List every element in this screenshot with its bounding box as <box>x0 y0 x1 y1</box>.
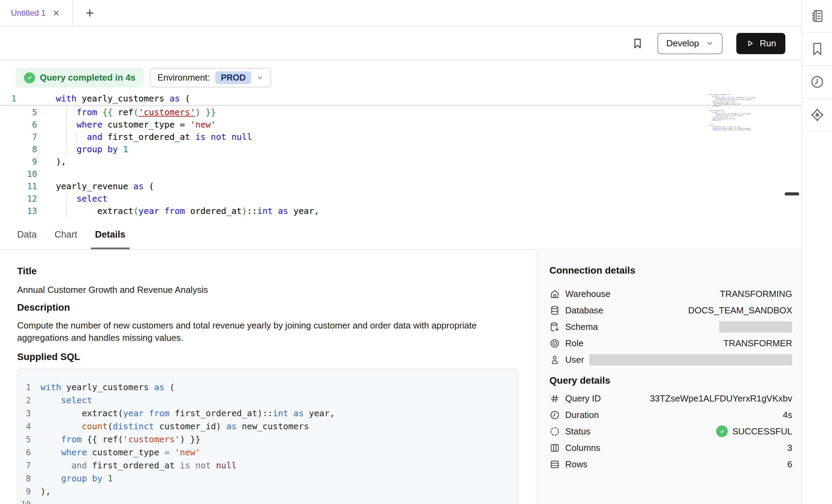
minimap-code: with yearly_customers as ( select extrac… <box>709 94 756 130</box>
lineage-icon <box>810 107 825 122</box>
line-number: 7 <box>0 131 37 143</box>
line-number: 13 <box>0 205 37 217</box>
environment-value: PROD <box>215 71 251 84</box>
query-status-badge: Query completed in 4s <box>16 68 144 87</box>
line-number: 10 <box>0 168 37 180</box>
query-title: Annual Customer Growth and Revenue Analy… <box>17 284 208 296</box>
tab-title: Untitled 1 <box>11 8 46 18</box>
editor-tab-bar: Untitled 1 <box>0 0 801 26</box>
line-number: 3 <box>18 407 31 420</box>
tab-details[interactable]: Details <box>95 220 126 249</box>
tab-data[interactable]: Data <box>17 220 37 249</box>
line-number: 5 <box>18 433 31 446</box>
line-number: 10 <box>18 498 31 504</box>
editor-code[interactable]: 1with yearly_customers as (5 from {{ ref… <box>0 93 801 217</box>
line-number: 9 <box>0 156 37 168</box>
chevron-down-icon <box>257 74 264 81</box>
check-circle-icon <box>716 425 728 437</box>
rail-button-lineage[interactable] <box>802 99 832 132</box>
code-line: 5 from {{ ref('customers') }} <box>18 433 518 446</box>
columns-icon <box>549 443 560 453</box>
query-description: Compute the number of new customers and … <box>17 319 508 344</box>
run-button[interactable]: Run <box>736 33 785 54</box>
query-status-text: Query completed in 4s <box>40 72 135 83</box>
line-number: 7 <box>18 459 31 472</box>
develop-dropdown[interactable]: Develop <box>657 33 723 54</box>
query-details-heading: Query details <box>549 375 610 386</box>
detail-row: Rows6 <box>549 456 792 472</box>
editor-scrollbar[interactable] <box>785 192 799 195</box>
plus-icon <box>85 8 95 18</box>
detail-value: 4s <box>783 410 792 420</box>
code-line: 6 where customer_type = 'new' <box>18 446 518 459</box>
right-icon-rail <box>802 0 832 504</box>
description-heading: Description <box>17 302 70 313</box>
spinner-icon <box>549 426 560 437</box>
schema-icon <box>549 322 560 332</box>
line-number: 1 <box>0 93 37 105</box>
bookmark-icon <box>810 41 825 57</box>
code-line: 9), <box>18 485 518 498</box>
line-number: 2 <box>18 394 31 407</box>
duration-clock-icon <box>549 410 560 420</box>
close-icon[interactable] <box>52 9 61 17</box>
supplied-sql-block: 1with yearly_customers as (2 select3 ext… <box>17 369 519 504</box>
line-number: 12 <box>0 193 37 205</box>
bookmark-icon <box>632 38 643 49</box>
indent-guide <box>66 107 67 155</box>
detail-label: Warehouse <box>565 289 610 299</box>
hash-icon <box>549 393 560 404</box>
code-line: 1with yearly_customers as ( <box>0 93 801 106</box>
detail-value: DOCS_TEAM_SANDBOX <box>688 305 792 316</box>
rail-button-history[interactable] <box>802 66 832 99</box>
role-icon <box>549 338 560 349</box>
run-label: Run <box>760 38 776 49</box>
sql-editor[interactable]: Query completed in 4s Environment: PROD … <box>0 61 801 219</box>
status-row: Query completed in 4s Environment: PROD <box>16 68 271 87</box>
chevron-down-icon <box>706 39 714 47</box>
bookmark-button[interactable] <box>631 37 644 50</box>
tab-chart[interactable]: Chart <box>55 220 77 249</box>
line-number: 6 <box>18 446 31 459</box>
detail-row: RoleTRANSFORMER <box>549 335 792 351</box>
code-line: 12 select <box>0 193 801 205</box>
redacted-value <box>719 321 792 333</box>
detail-label: Schema <box>565 322 598 332</box>
new-tab-button[interactable] <box>79 0 101 26</box>
code-line: 7 and first_ordered_at is not null <box>18 459 518 472</box>
editor-minimap[interactable]: with yearly_customers as ( select extrac… <box>709 94 756 130</box>
rail-button-bookmark[interactable] <box>802 33 832 66</box>
detail-value: TRANSFORMER <box>723 338 792 349</box>
environment-selector[interactable]: Environment: PROD <box>150 68 271 87</box>
play-icon <box>746 39 754 48</box>
code-line: 5 from {{ ref('customers') }} <box>0 106 801 119</box>
code-line: 10 <box>0 168 801 180</box>
line-number: 5 <box>0 106 37 119</box>
notebook-icon <box>810 9 825 24</box>
detail-value: 3 <box>787 443 792 453</box>
history-icon <box>810 74 825 89</box>
title-heading: Title <box>17 266 37 277</box>
rows-icon <box>549 459 560 470</box>
check-circle-icon <box>24 72 35 83</box>
editor-toolbar: Develop Run <box>0 27 801 60</box>
line-number: 8 <box>0 143 37 156</box>
detail-row: Query ID33TZseWpe1ALFDUYerxR1gVKxbv <box>549 390 792 407</box>
detail-row: Schema <box>549 319 792 335</box>
indent-guide <box>66 193 67 217</box>
detail-value: 33TZseWpe1ALFDUYerxR1gVKxbv <box>650 393 792 404</box>
detail-label: Rows <box>565 459 587 470</box>
supplied-sql-heading: Supplied SQL <box>17 351 80 362</box>
code-line: 8 group by 1 <box>18 472 518 485</box>
rail-button-notebook[interactable] <box>802 0 832 33</box>
detail-row: DatabaseDOCS_TEAM_SANDBOX <box>549 302 792 319</box>
code-line: 3 extract(year from first_ordered_at)::i… <box>18 407 518 420</box>
detail-label: Status <box>565 426 591 437</box>
user-icon <box>549 355 560 365</box>
detail-value: 6 <box>787 459 792 470</box>
code-line: 10 <box>18 498 518 504</box>
code-line: 8 group by 1 <box>0 143 801 156</box>
editor-tab-untitled-1[interactable]: Untitled 1 <box>0 0 73 26</box>
detail-label: Role <box>565 338 583 349</box>
line-number: 9 <box>18 485 31 498</box>
